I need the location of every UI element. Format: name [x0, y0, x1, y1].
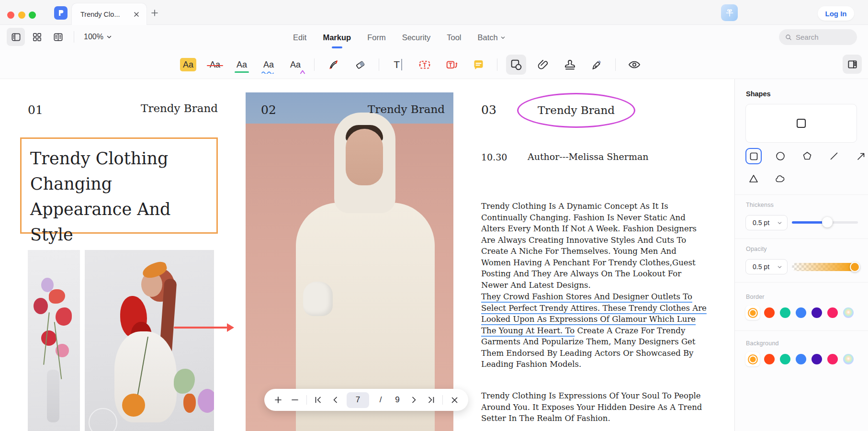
zoom-out-button[interactable] [290, 392, 300, 408]
border-color-blue[interactable] [796, 307, 806, 318]
previous-page-button[interactable] [330, 392, 340, 408]
border-color-orange-selected[interactable] [745, 306, 760, 320]
shapes-panel-title: Shapes [746, 90, 771, 98]
background-label: Background [746, 340, 779, 347]
preview-tool-button[interactable] [624, 55, 644, 75]
first-page-button[interactable] [313, 392, 324, 408]
border-color-pink[interactable] [827, 307, 838, 318]
background-color-orange-selected[interactable] [745, 352, 760, 366]
login-label: Log In [825, 10, 847, 18]
shape-arrow-button[interactable] [853, 148, 868, 164]
thickness-slider[interactable] [792, 221, 858, 224]
paperclip-icon [537, 58, 550, 71]
opacity-slider[interactable] [792, 263, 859, 271]
thickness-select[interactable]: 0.5 pt [745, 215, 788, 230]
opacity-slider-knob[interactable] [850, 262, 860, 272]
menu-batch[interactable]: Batch [478, 25, 506, 50]
callout-textbox-tool-button[interactable]: T [441, 55, 462, 75]
shape-line-button[interactable] [826, 148, 842, 164]
close-window-button[interactable] [7, 11, 14, 19]
menu-security[interactable]: Security [402, 25, 431, 50]
shape-circle-button[interactable] [772, 148, 789, 164]
underline-tool-button[interactable]: Aa [232, 55, 252, 75]
background-color-red[interactable] [764, 354, 775, 364]
add-text-tool-button[interactable]: T [388, 55, 408, 75]
caret-insert-icon: Aa [289, 58, 302, 71]
thickness-slider-knob[interactable] [822, 217, 833, 227]
textbox-tool-button[interactable]: T [415, 55, 435, 75]
page1-flowers-photo [28, 250, 80, 431]
panel-divider [735, 282, 868, 283]
caret-insert-tool-button[interactable]: Aa [285, 55, 305, 75]
shape-rectangle-button[interactable] [745, 148, 762, 164]
squiggly-underline-tool-button[interactable]: Aa [259, 55, 279, 75]
stamp-tool-button[interactable] [560, 55, 580, 75]
comment-tool-button[interactable] [468, 55, 488, 75]
pagination-divider [306, 395, 307, 405]
highlight-icon: Aa [180, 58, 196, 71]
titlebar: Trendy Clo... Log In [0, 0, 868, 25]
main-toolbar: 100% Edit Markup Form Security Tool Batc… [0, 25, 868, 50]
highlight-tool-button[interactable]: Aa [178, 55, 198, 75]
thumbnail-view-button[interactable] [28, 28, 46, 46]
thickness-value: 0.5 pt [753, 219, 769, 227]
zoom-level-select[interactable]: 100% [81, 33, 115, 41]
page-layout-button[interactable] [49, 28, 67, 46]
opacity-label: Opacity [746, 246, 767, 252]
menu-tool[interactable]: Tool [447, 25, 461, 50]
background-color-green[interactable] [780, 354, 790, 364]
border-color-green[interactable] [780, 307, 790, 318]
next-page-button[interactable] [409, 392, 419, 408]
menu-form[interactable]: Form [367, 25, 386, 50]
signature-tool-button[interactable] [586, 55, 607, 75]
current-page-input[interactable]: 7 [347, 392, 369, 408]
background-color-blue[interactable] [796, 354, 806, 364]
attachment-tool-button[interactable] [533, 55, 553, 75]
last-page-button[interactable] [426, 392, 436, 408]
shapes-properties-panel: Shapes Thickenss 0.5 pt [734, 79, 868, 431]
opacity-select[interactable]: 0.5 pt [745, 259, 788, 274]
tab-close-icon[interactable] [132, 10, 141, 19]
shape-preview-box [745, 104, 857, 143]
shape-triangle-button[interactable] [745, 170, 762, 187]
search-box[interactable] [779, 29, 857, 45]
login-button[interactable]: Log In [818, 6, 854, 21]
background-color-purple[interactable] [812, 354, 822, 364]
menu-markup[interactable]: Markup [323, 25, 351, 50]
border-color-red[interactable] [764, 307, 775, 318]
rectangle-preview-icon [797, 119, 806, 128]
toolbar-divider [615, 58, 616, 71]
strikethrough-tool-button[interactable]: Aa [205, 55, 225, 75]
page3-paragraph-2: They Crowd Fashion Stores And Designer O… [481, 291, 707, 370]
arrow-annotation[interactable] [174, 323, 234, 332]
gift-promo-button[interactable] [721, 4, 738, 21]
pencil-tool-button[interactable] [323, 55, 343, 75]
panel-divider [735, 194, 868, 195]
shapes-tool-button[interactable] [506, 55, 526, 75]
border-color-rainbow[interactable] [843, 307, 854, 318]
minimize-window-button[interactable] [18, 11, 25, 19]
shape-pentagon-button[interactable] [799, 148, 815, 164]
add-text-icon: T [394, 59, 402, 70]
right-panel-toggle-button[interactable] [843, 55, 862, 74]
document-tab[interactable]: Trendy Clo... [72, 3, 147, 25]
menu-edit[interactable]: Edit [293, 25, 306, 50]
border-color-purple[interactable] [812, 307, 822, 318]
background-color-rainbow[interactable] [843, 354, 854, 364]
shape-cloud-button[interactable] [772, 170, 789, 187]
zoom-in-button[interactable] [273, 392, 283, 408]
app-logo-icon [54, 6, 68, 20]
total-pages: 9 [392, 392, 403, 408]
eraser-tool-button[interactable] [350, 55, 370, 75]
sidebar-toggle-button[interactable] [7, 28, 25, 46]
new-tab-button[interactable] [148, 7, 161, 19]
eye-icon [628, 58, 641, 71]
close-pagination-button[interactable] [449, 392, 460, 408]
zoom-window-button[interactable] [29, 11, 36, 19]
page3-brand: Trendy Brand [517, 104, 635, 116]
background-color-pink[interactable] [827, 354, 838, 364]
page1-brand: Trendy Brand [124, 102, 218, 114]
callout-textbox-icon: T [445, 58, 458, 71]
search-input[interactable] [796, 33, 848, 41]
svg-text:T: T [423, 62, 427, 68]
